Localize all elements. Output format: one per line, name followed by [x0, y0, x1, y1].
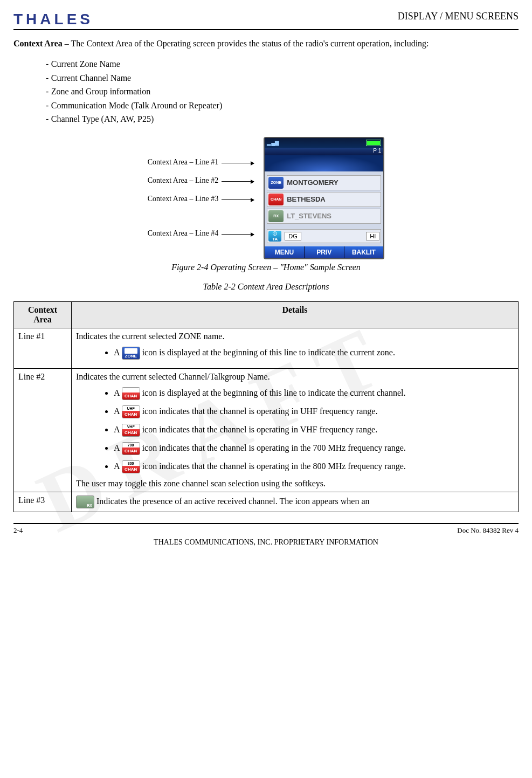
- figure-container: Context Area – Line #1 Context Area – Li…: [13, 137, 519, 259]
- list-item: A ZONE icon is displayed at the beginnin…: [114, 347, 514, 360]
- 800-chan-icon: 800CHAN: [122, 460, 140, 473]
- table-row: Line #2 Indicates the current selected C…: [14, 368, 519, 492]
- phone-row-rx: RX LT_STEVENS: [267, 209, 381, 224]
- bullet: Current Channel Name: [46, 71, 519, 85]
- proprietary-notice: THALES COMMUNICATIONS, INC. PROPRIETARY …: [13, 538, 519, 547]
- phone-row-chan: CHAN BETHESDA: [267, 192, 381, 207]
- row-label: Line #1: [14, 328, 72, 368]
- callout-line-1: Context Area – Line #1: [148, 158, 254, 167]
- callout-line-2: Context Area – Line #2: [148, 176, 254, 185]
- bullet: Communication Mode (Talk Around or Repea…: [46, 99, 519, 113]
- chan-icon: CHAN: [122, 387, 140, 400]
- chan-text: BETHESDA: [287, 195, 326, 203]
- row-details: RX Indicates the presence of an active r…: [72, 492, 519, 512]
- vhf-chan-icon: VHFCHAN: [122, 424, 140, 437]
- page-header: THALES DISPLAY / MENU SCREENS: [13, 11, 519, 30]
- phone-softkeys: MENU PRIV BAKLIT: [265, 246, 383, 258]
- table-header-row: Context Area Details: [14, 301, 519, 328]
- chan-icon: CHAN: [268, 194, 284, 205]
- table-row: Line #1 Indicates the current selected Z…: [14, 328, 519, 368]
- list-item: A UHFCHAN icon indicates that the channe…: [114, 405, 514, 418]
- row-lead: Indicates the current selected Channel/T…: [76, 372, 514, 382]
- phone-row-zone: ZONE MONTGOMERY: [267, 175, 381, 190]
- hi-tag: HI: [366, 232, 379, 240]
- zone-icon: ZONE: [122, 347, 140, 360]
- phone-sub-bar: P 1: [265, 148, 383, 155]
- arrow-icon: [222, 181, 254, 182]
- arrow-icon: [222, 234, 254, 235]
- list-item: A VHFCHAN icon indicates that the channe…: [114, 424, 514, 437]
- list-item: A 800CHAN icon indicates that the channe…: [114, 460, 514, 473]
- intro-lead: Context Area: [13, 39, 63, 48]
- table-row: Line #3 RX Indicates the presence of an …: [14, 492, 519, 512]
- thales-logo: THALES: [13, 11, 93, 28]
- row-details: Indicates the current selected Channel/T…: [72, 368, 519, 492]
- row-bullets: A ZONE icon is displayed at the beginnin…: [92, 347, 514, 360]
- callout-line-3: Context Area – Line #3: [148, 195, 254, 203]
- phone-tag-row: ⓘTA DG HI: [267, 229, 381, 243]
- row-lead: Indicates the current selected ZONE name…: [76, 332, 514, 341]
- col-details: Details: [72, 301, 519, 328]
- section-title: DISPLAY / MENU SCREENS: [398, 11, 519, 22]
- signal-icon: ▂▄▆: [267, 140, 279, 146]
- zone-text: MONTGOMERY: [287, 178, 338, 187]
- rx-icon: RX: [76, 495, 94, 508]
- row-trail: The user may toggle this zone channel sc…: [76, 479, 514, 488]
- intro-paragraph: Context Area – The Context Area of the O…: [13, 39, 519, 49]
- page-number: 2-4: [13, 526, 23, 535]
- context-area-table: Context Area Details Line #1 Indicates t…: [13, 301, 519, 512]
- bullet: Zone and Group information: [46, 85, 519, 99]
- row-details: Indicates the current selected ZONE name…: [72, 328, 519, 368]
- col-context-area: Context Area: [14, 301, 72, 328]
- arrow-icon: [222, 199, 254, 200]
- softkey-priv[interactable]: PRIV: [305, 246, 344, 258]
- table-caption: Table 2-2 Context Area Descriptions: [13, 282, 519, 292]
- intro-text: – The Context Area of the Operating scre…: [63, 39, 429, 48]
- doc-number: Doc No. 84382 Rev 4: [457, 526, 519, 535]
- phone-screenshot: ▂▄▆ P 1 ZONE MONTGOMERY CHAN BETHESDA RX…: [264, 137, 384, 259]
- list-item: A 700CHAN icon indicates that the channe…: [114, 442, 514, 455]
- arrow-icon: [222, 163, 254, 163]
- row-label: Line #2: [14, 368, 72, 492]
- figure-caption: Figure 2-4 Operating Screen – "Home" Sam…: [13, 263, 519, 272]
- row-bullets: A CHAN icon is displayed at the beginnin…: [92, 387, 514, 473]
- rx-text: LT_STEVENS: [287, 212, 331, 220]
- zone-icon: ZONE: [268, 177, 284, 189]
- row-label: Line #3: [14, 492, 72, 512]
- context-bullet-list: Current Zone Name Current Channel Name Z…: [46, 57, 519, 126]
- phone-wave-graphic: [265, 155, 383, 171]
- rx-icon: RX: [268, 210, 284, 222]
- battery-icon: [366, 140, 381, 146]
- callout-labels: Context Area – Line #1 Context Area – Li…: [148, 148, 254, 247]
- page-footer: 2-4 Doc No. 84382 Rev 4: [13, 523, 519, 535]
- phone-rows: ZONE MONTGOMERY CHAN BETHESDA RX LT_STEV…: [265, 171, 383, 246]
- list-item: A CHAN icon is displayed at the beginnin…: [114, 387, 514, 400]
- uhf-chan-icon: UHFCHAN: [122, 405, 140, 418]
- softkey-menu[interactable]: MENU: [265, 246, 305, 258]
- softkey-baklit[interactable]: BAKLIT: [344, 246, 384, 258]
- bullet: Current Zone Name: [46, 57, 519, 71]
- bullet: Channel Type (AN, AW, P25): [46, 112, 519, 126]
- callout-line-4: Context Area – Line #4: [148, 229, 254, 238]
- 700-chan-icon: 700CHAN: [122, 442, 140, 455]
- dg-tag: DG: [285, 232, 301, 240]
- ta-icon: ⓘTA: [268, 231, 281, 242]
- phone-status-bar: ▂▄▆: [265, 138, 383, 148]
